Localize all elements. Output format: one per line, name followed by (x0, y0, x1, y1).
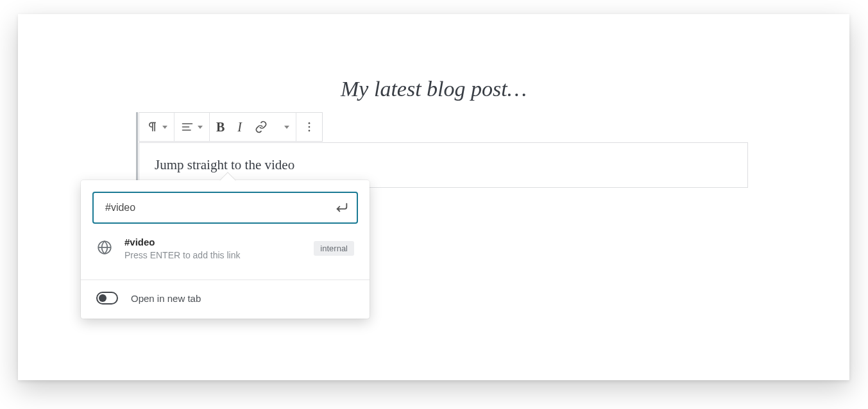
link-suggestion-item[interactable]: #video Press ENTER to add this link inte… (81, 224, 370, 280)
submit-link-button[interactable] (335, 201, 349, 215)
pilcrow-icon (146, 121, 158, 133)
more-rich-text-button[interactable] (274, 113, 296, 141)
bold-icon: B (216, 120, 225, 135)
link-url-field-wrap (92, 192, 358, 224)
chevron-down-icon (198, 126, 203, 129)
page-title: My latest blog post… (18, 77, 849, 101)
open-new-tab-label: Open in new tab (131, 293, 201, 304)
more-options-button[interactable] (296, 113, 322, 141)
chevron-down-icon (162, 126, 167, 129)
chevron-down-icon (284, 126, 289, 129)
block-type-paragraph-button[interactable] (139, 113, 174, 141)
link-type-badge: internal (314, 241, 354, 256)
svg-point-4 (309, 126, 311, 128)
block-selection-rail (136, 112, 138, 188)
align-left-icon (181, 121, 194, 133)
bold-button[interactable]: B (210, 113, 231, 141)
italic-button[interactable]: I (231, 113, 248, 141)
link-popover: #video Press ENTER to add this link inte… (81, 180, 370, 319)
link-button[interactable] (248, 113, 274, 141)
toggle-knob (99, 294, 106, 302)
link-suggestion-text: #video Press ENTER to add this link (124, 237, 302, 260)
paragraph-text: Jump straight to the video (155, 157, 294, 172)
editor-canvas: My latest blog post… (18, 14, 849, 380)
block-toolbar: B I (139, 112, 323, 142)
globe-icon (96, 239, 113, 258)
svg-point-3 (309, 122, 311, 124)
open-new-tab-toggle[interactable] (96, 292, 118, 305)
link-suggestion-subtitle: Press ENTER to add this link (124, 250, 302, 260)
italic-icon: I (237, 120, 242, 135)
align-button[interactable] (174, 113, 209, 141)
svg-point-5 (309, 130, 311, 132)
link-suggestion-title: #video (124, 237, 302, 247)
link-icon (255, 121, 268, 133)
link-url-input[interactable] (104, 201, 335, 214)
more-vertical-icon (303, 121, 316, 133)
